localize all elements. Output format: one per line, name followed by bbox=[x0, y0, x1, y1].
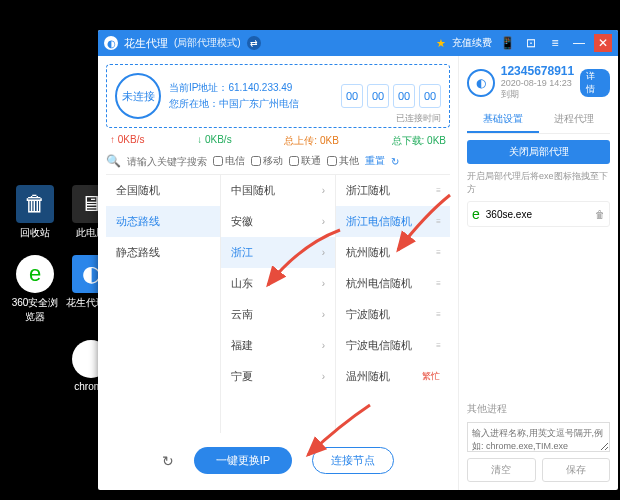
search-icon: 🔍 bbox=[106, 154, 121, 168]
ie-icon: e bbox=[16, 255, 54, 293]
minimize-button[interactable]: — bbox=[570, 34, 588, 52]
mode-badge-icon[interactable]: ⇄ bbox=[247, 36, 261, 50]
delete-process-icon[interactable]: 🗑 bbox=[595, 209, 605, 220]
close-local-proxy-button[interactable]: 关闭局部代理 bbox=[467, 140, 610, 164]
reset-link[interactable]: 重置 bbox=[365, 154, 385, 168]
ip-info: 当前IP地址：61.140.233.49 您所在地：中国广东广州电信 bbox=[169, 80, 333, 112]
download-speed: ↓ 0KB/s bbox=[197, 134, 231, 148]
node-item[interactable]: 温州随机繁忙 bbox=[336, 361, 450, 392]
other-process-label: 其他进程 bbox=[467, 402, 610, 416]
tab-process[interactable]: 进程代理 bbox=[539, 107, 611, 133]
phone-icon[interactable]: 📱 bbox=[498, 34, 516, 52]
desktop-360browser[interactable]: e360安全浏览器 bbox=[10, 255, 60, 324]
drag-hint: 开启局部代理后将exe图标拖拽至下方 bbox=[467, 170, 610, 195]
app-logo-icon: ◐ bbox=[104, 36, 118, 50]
node-item[interactable]: 全国随机 bbox=[106, 175, 220, 206]
upload-speed: ↑ 0KB/s bbox=[110, 134, 144, 148]
node-item[interactable]: 浙江› bbox=[221, 237, 335, 268]
right-panel: ◐ 12345678911 2020-08-19 14:23 到期 详情 基础设… bbox=[458, 56, 618, 490]
search-input[interactable] bbox=[127, 156, 207, 167]
process-name: 360se.exe bbox=[486, 209, 532, 220]
user-id: 12345678911 bbox=[501, 64, 574, 78]
node-item[interactable]: 福建› bbox=[221, 330, 335, 361]
search-row: 🔍 电信 移动 联通 其他 重置↻ bbox=[106, 154, 450, 168]
node-item[interactable]: 安徽› bbox=[221, 206, 335, 237]
node-item[interactable]: 宁波电信随机≡ bbox=[336, 330, 450, 361]
connect-node-button[interactable]: 连接节点 bbox=[312, 447, 394, 474]
cb-liantong[interactable]: 联通 bbox=[289, 154, 321, 168]
recharge-link[interactable]: 充值续费 bbox=[452, 36, 492, 50]
app-title: 花生代理 bbox=[124, 36, 168, 51]
node-item[interactable]: 静态路线 bbox=[106, 237, 220, 268]
total-upload: 0KB bbox=[320, 135, 339, 146]
counter: 00 bbox=[393, 84, 415, 108]
node-col-3: 浙江随机≡浙江电信随机≡杭州随机≡杭州电信随机≡宁波随机≡宁波电信随机≡温州随机… bbox=[336, 175, 450, 433]
status-circle[interactable]: 未连接 bbox=[115, 73, 161, 119]
counter: 00 bbox=[341, 84, 363, 108]
node-item[interactable]: 杭州电信随机≡ bbox=[336, 268, 450, 299]
process-input[interactable] bbox=[467, 422, 610, 452]
detail-button[interactable]: 详情 bbox=[580, 69, 610, 97]
menu-icon[interactable]: ≡ bbox=[546, 34, 564, 52]
cb-dianxin[interactable]: 电信 bbox=[213, 154, 245, 168]
node-item[interactable]: 动态路线 bbox=[106, 206, 220, 237]
right-tabs: 基础设置 进程代理 bbox=[467, 107, 610, 134]
current-location: 中国广东广州电信 bbox=[219, 98, 299, 109]
total-download: 0KB bbox=[427, 135, 446, 146]
save-button[interactable]: 保存 bbox=[542, 458, 611, 482]
tab-basic[interactable]: 基础设置 bbox=[467, 107, 539, 133]
bottom-buttons: ↻ 一键更换IP 连接节点 bbox=[106, 439, 450, 482]
cb-other[interactable]: 其他 bbox=[327, 154, 359, 168]
current-ip: 61.140.233.49 bbox=[228, 82, 292, 93]
counter: 00 bbox=[367, 84, 389, 108]
mode-label: (局部代理模式) bbox=[174, 36, 241, 50]
node-columns: 全国随机动态路线静态路线 中国随机›安徽›浙江›山东›云南›福建›宁夏› 浙江随… bbox=[106, 174, 450, 433]
left-panel: 未连接 当前IP地址：61.140.233.49 您所在地：中国广东广州电信 0… bbox=[98, 56, 458, 490]
clear-button[interactable]: 清空 bbox=[467, 458, 536, 482]
connection-status-box: 未连接 当前IP地址：61.140.233.49 您所在地：中国广东广州电信 0… bbox=[106, 64, 450, 128]
node-item[interactable]: 云南› bbox=[221, 299, 335, 330]
cb-yidong[interactable]: 移动 bbox=[251, 154, 283, 168]
close-button[interactable]: ✕ bbox=[594, 34, 612, 52]
node-item[interactable]: 山东› bbox=[221, 268, 335, 299]
label: 回收站 bbox=[10, 226, 60, 240]
timer-counters: 00 00 00 00 bbox=[341, 84, 441, 108]
node-item[interactable]: 宁波随机≡ bbox=[336, 299, 450, 330]
recycle-bin-icon: 🗑 bbox=[16, 185, 54, 223]
peanut-proxy-window: ◐ 花生代理 (局部代理模式) ⇄ ★ 充值续费 📱 ⊡ ≡ — ✕ 未连接 当… bbox=[98, 30, 618, 490]
desktop-recycle[interactable]: 🗑回收站 bbox=[10, 185, 60, 240]
settings-icon[interactable]: ⊡ bbox=[522, 34, 540, 52]
label: 360安全浏览器 bbox=[10, 296, 60, 324]
node-item[interactable]: 杭州随机≡ bbox=[336, 237, 450, 268]
counter: 00 bbox=[419, 84, 441, 108]
node-item[interactable]: 中国随机› bbox=[221, 175, 335, 206]
refresh-icon[interactable]: ↻ bbox=[162, 453, 174, 469]
speed-stats: ↑ 0KB/s ↓ 0KB/s 总上传: 0KB 总下载: 0KB bbox=[106, 134, 450, 148]
user-row: ◐ 12345678911 2020-08-19 14:23 到期 详情 bbox=[467, 64, 610, 101]
ie-icon: e bbox=[472, 206, 480, 222]
node-col-1: 全国随机动态路线静态路线 bbox=[106, 175, 221, 433]
connected-time-label: 已连接时间 bbox=[396, 112, 441, 125]
node-col-2: 中国随机›安徽›浙江›山东›云南›福建›宁夏› bbox=[221, 175, 336, 433]
node-item[interactable]: 浙江随机≡ bbox=[336, 175, 450, 206]
process-item: e 360se.exe 🗑 bbox=[467, 201, 610, 227]
change-ip-button[interactable]: 一键更换IP bbox=[194, 447, 292, 474]
node-item[interactable]: 宁夏› bbox=[221, 361, 335, 392]
node-item[interactable]: 浙江电信随机≡ bbox=[336, 206, 450, 237]
user-icon: ◐ bbox=[467, 69, 495, 97]
star-icon: ★ bbox=[436, 37, 446, 50]
titlebar: ◐ 花生代理 (局部代理模式) ⇄ ★ 充值续费 📱 ⊡ ≡ — ✕ bbox=[98, 30, 618, 56]
user-expire: 2020-08-19 14:23 到期 bbox=[501, 78, 574, 101]
